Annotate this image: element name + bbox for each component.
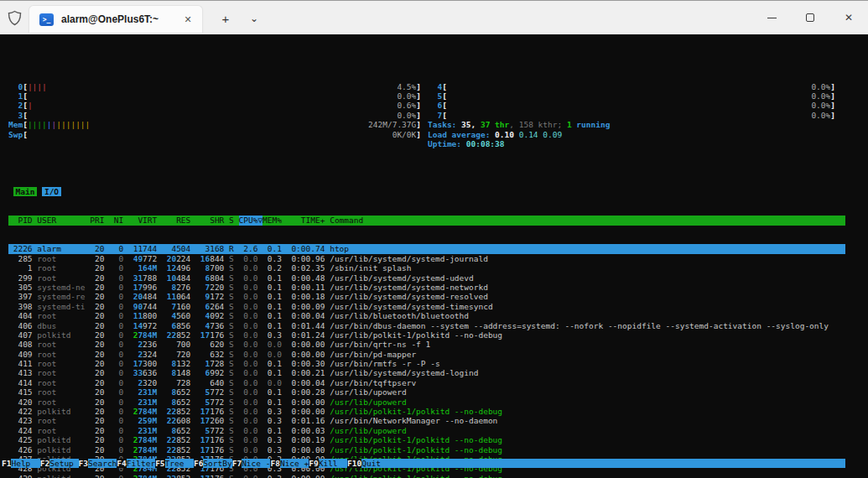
fn-label-quit[interactable]: Quit	[361, 459, 390, 468]
meter-label: Mem	[8, 120, 23, 129]
process-row[interactable]: 409root2002324720632S0.0 0.00:00.00/usr/…	[8, 350, 845, 359]
process-row[interactable]: 423root200259M2260817260S0.0 0.30:01.16/…	[8, 416, 845, 425]
process-row-selected[interactable]: 2226alarm2001174445043168R2.6 0.10:00.74…	[8, 244, 845, 253]
process-row[interactable]: 404root2001180045604092S0.0 0.10:00.04/u…	[8, 311, 845, 320]
process-row[interactable]: 408root2002236700620S0.0 0.00:00.00/usr/…	[8, 340, 845, 349]
minimize-icon	[767, 18, 777, 18]
fn-label-tree[interactable]: Tree	[165, 459, 194, 468]
col-mem[interactable]: MEM%	[262, 216, 282, 225]
cell-user: root	[37, 359, 85, 368]
cell-user: root	[37, 311, 85, 320]
fn-label-kill[interactable]: Kill	[319, 459, 347, 468]
meter-label: 7	[428, 111, 442, 120]
process-row[interactable]: 305systemd-ne2001799682767220S0.0 0.10:0…	[8, 283, 845, 292]
fn-label-setup[interactable]: Setup	[49, 459, 78, 468]
tab-close-icon[interactable]: ✕	[180, 12, 195, 27]
col-shr[interactable]: SHR	[195, 216, 224, 225]
meter-value: 0.0%	[397, 91, 416, 101]
process-row[interactable]: 414root2002320728640S0.0 0.00:00.04/usr/…	[8, 378, 845, 387]
cell-user: root	[37, 387, 85, 397]
close-button[interactable]: ✕	[829, 1, 868, 34]
fn-key-f8[interactable]: F8	[270, 459, 279, 468]
fn-key-f4[interactable]: F4	[117, 459, 126, 468]
fn-key-f5[interactable]: F5	[155, 459, 164, 468]
process-row[interactable]: 285root200497722022416844S0.0 0.30:00.96…	[8, 254, 845, 263]
process-row[interactable]: 299root20031788104846804S0.0 0.10:00.48/…	[8, 273, 845, 283]
cell-user: systemd-ne	[37, 283, 85, 292]
process-table-header[interactable]: PIDUSERPRINIVIRTRESSHRSCPU%▽MEM%TIME+Com…	[8, 216, 845, 225]
cell-pid: 409	[8, 350, 33, 359]
cell-command: /usr/bin/NetworkManager --no-daemon	[330, 416, 845, 425]
fn-key-f9[interactable]: F9	[309, 459, 318, 468]
tasks-line: Tasks: 35, 37 thr, 158 kthr; 1 running	[428, 120, 835, 129]
process-row[interactable]: 407polkitd2002784M2285217176S0.0 0.30:01…	[8, 330, 845, 340]
process-row[interactable]: 411root2001730081321728S0.0 0.10:00.30/u…	[8, 359, 845, 368]
meter-1: 1[0.0%]	[8, 91, 421, 101]
cell-command: /usr/lib/systemd/systemd-resolved	[330, 292, 845, 301]
process-row[interactable]: 398systemd-ti2009074471606264S0.0 0.10:0…	[8, 302, 845, 311]
fn-key-f2[interactable]: F2	[40, 459, 49, 468]
col-ni[interactable]: NI	[109, 216, 123, 225]
meter-label: 2	[8, 101, 23, 110]
fn-key-f1[interactable]: F1	[2, 459, 11, 468]
col-virt[interactable]: VIRT	[128, 216, 157, 225]
cell-pid: 420	[8, 397, 33, 407]
cpu-memory-meters-left: 0[||||4.5%]1[0.0%]2[|0.6%]3[0.0%]Mem[|||…	[8, 82, 421, 149]
process-row[interactable]: 420root200231M86525772S0.0 0.10:00.00/us…	[8, 397, 845, 407]
cell-pid: 414	[8, 378, 33, 387]
col-user[interactable]: USER	[37, 216, 85, 225]
maximize-button[interactable]	[791, 1, 829, 34]
process-row[interactable]: 397systemd-re20020484110649172S0.0 0.10:…	[8, 292, 845, 301]
fn-key-f10[interactable]: F10	[347, 459, 361, 468]
tab-dropdown-button[interactable]: ⌄	[242, 8, 267, 29]
cell-pid: 397	[8, 292, 33, 301]
fn-key-f6[interactable]: F6	[194, 459, 203, 468]
meter-label: 6	[428, 101, 442, 110]
cell-command: /usr/bin/rmtfs -r -P -s	[330, 359, 845, 368]
col-command[interactable]: Command	[330, 216, 845, 225]
screen-tab-io[interactable]: I/O	[42, 187, 61, 196]
fn-label-sortby[interactable]: SortBy	[203, 459, 231, 468]
col-pid[interactable]: PID	[8, 216, 33, 225]
screen-tab-main[interactable]: Main	[13, 187, 38, 196]
col-s[interactable]: S	[229, 216, 234, 225]
meter-label: 5	[428, 91, 442, 101]
process-row[interactable]: 424root200231M86525772S0.0 0.10:00.03/us…	[8, 426, 845, 435]
process-row[interactable]: 415root200231M86525772S0.0 0.10:00.28/us…	[8, 387, 845, 397]
col-pri[interactable]: PRI	[90, 216, 104, 225]
htop-screen-tabs: MainI/O	[13, 187, 868, 196]
new-tab-button[interactable]: +	[213, 8, 238, 29]
fn-label-search[interactable]: Search	[88, 459, 117, 468]
minimize-button[interactable]	[752, 1, 791, 34]
cell-user: root	[37, 254, 85, 263]
fn-label-help[interactable]: Help	[11, 459, 39, 468]
meter-bars: |	[28, 101, 33, 110]
col-time[interactable]: TIME+	[287, 216, 325, 225]
meter-label: 4	[428, 82, 442, 91]
terminal-tab[interactable]: >_ alarm@OnePlus6T:~ ✕	[29, 5, 203, 33]
terminal-window: >_ alarm@OnePlus6T:~ ✕ + ⌄ ✕ 0[||||4.5%]…	[0, 0, 868, 478]
cell-pid: 285	[8, 254, 33, 263]
cell-pid: 423	[8, 416, 33, 425]
meter-6: 6[0.0%]	[428, 101, 835, 110]
fn-label-nice--[interactable]: Nice -	[242, 459, 270, 468]
fn-key-f7[interactable]: F7	[232, 459, 242, 468]
title-bar: >_ alarm@OnePlus6T:~ ✕ + ⌄ ✕	[0, 1, 868, 34]
cell-pid: 299	[8, 273, 33, 283]
process-row[interactable]: 425polkitd2002784M2285217176S0.0 0.30:00…	[8, 435, 845, 444]
process-row[interactable]: 406dbus2001497268564736S0.0 0.10:01.44/u…	[8, 321, 845, 330]
process-row[interactable]: 1root200164M124968700S0.0 0.20:02.35/sbi…	[8, 263, 845, 273]
process-row[interactable]: 422polkitd2002784M2285217176S0.0 0.30:00…	[8, 407, 845, 416]
process-row[interactable]: 429polkitd2002784M2285217176S0.0 0.30:00…	[8, 474, 845, 478]
col-cpu-sorted[interactable]: CPU%▽	[239, 216, 263, 225]
cell-command: /usr/bin/pd-mapper	[330, 350, 845, 359]
cell-command: /usr/lib/polkit-1/polkitd --no-debug	[330, 407, 845, 416]
fn-label-filter[interactable]: Filter	[127, 459, 155, 468]
col-res[interactable]: RES	[162, 216, 190, 225]
process-row[interactable]: 413root2003363681486992S0.0 0.10:00.21/u…	[8, 368, 845, 377]
fn-key-f3[interactable]: F3	[79, 459, 88, 468]
process-row[interactable]: 426polkitd2002784M2285217176S0.0 0.30:00…	[8, 445, 845, 455]
cell-command: /usr/lib/systemd/systemd-udevd	[330, 273, 845, 283]
cell-command: /usr/lib/upowerd	[330, 426, 845, 435]
fn-label-nice--[interactable]: Nice +	[280, 459, 309, 468]
